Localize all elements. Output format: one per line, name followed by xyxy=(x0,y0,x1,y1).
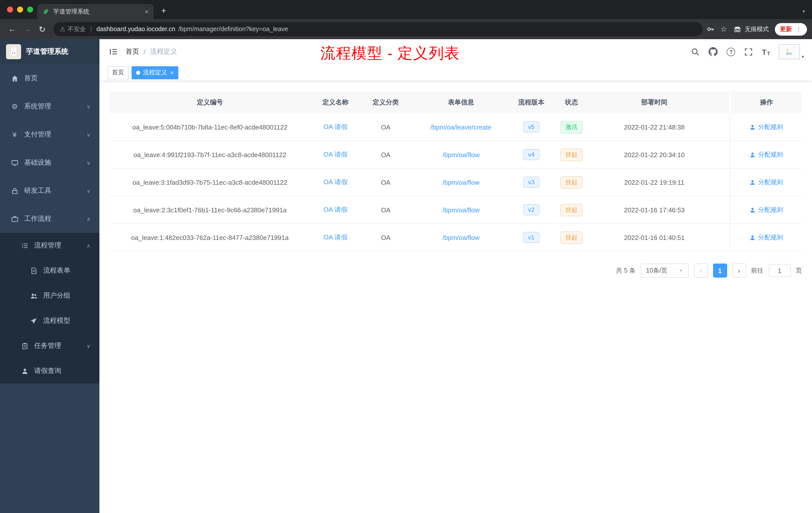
sidebar-item-label: 首页 xyxy=(24,74,38,83)
users-icon xyxy=(29,292,38,299)
tag-label: 流程定义 xyxy=(143,68,167,77)
sidebar-item-payment[interactable]: ¥ 支付管理 ∨ xyxy=(0,120,99,149)
forward-button[interactable]: → xyxy=(20,22,34,36)
zoom-window-button[interactable] xyxy=(27,6,33,12)
content-header: 首页 / 流程定义 流程模型 - 定义列表 ? xyxy=(99,39,812,64)
form-link[interactable]: /bpm/oa/flow xyxy=(442,234,479,241)
search-icon[interactable] xyxy=(691,48,699,56)
sidebar: 芋道管理系统 首页 ⚙ 系统管理 ∨ ¥ 支付管理 ∨ 基础设施 ∨ xyxy=(0,39,99,513)
sidebar-item-system[interactable]: ⚙ 系统管理 ∨ xyxy=(0,92,99,120)
yen-icon: ¥ xyxy=(10,130,19,139)
form-link[interactable]: /bpm/oa/leave/create xyxy=(431,123,492,131)
minimize-window-button[interactable] xyxy=(17,6,23,12)
logo-avatar xyxy=(6,44,21,59)
gear-icon: ⚙ xyxy=(10,102,19,111)
sidebar-item-label: 研发工具 xyxy=(24,186,51,195)
browser-toolbar: ← → ↻ ⚠ 不安全 | dashboard.yudao.iocoder.cn… xyxy=(0,19,812,39)
sidebar-item-dev-tools[interactable]: 研发工具 ∨ xyxy=(0,177,99,205)
sidebar-item-infrastructure[interactable]: 基础设施 ∨ xyxy=(0,149,99,177)
cell-category: OA xyxy=(360,224,411,251)
avatar-caret-icon[interactable]: ▾ xyxy=(802,54,804,59)
definition-name-link[interactable]: OA 请假 xyxy=(323,233,347,242)
definition-name-link[interactable]: OA 请假 xyxy=(323,150,347,159)
browser-update-chip[interactable]: 更新 ⋮ xyxy=(775,23,807,35)
breadcrumb-home[interactable]: 首页 xyxy=(125,47,139,56)
sidebar-item-process-form[interactable]: 流程表单 xyxy=(0,258,99,283)
tag-close-icon[interactable]: × xyxy=(170,69,174,76)
definition-name-link[interactable]: OA 请假 xyxy=(323,178,347,187)
help-icon[interactable]: ? xyxy=(727,48,735,56)
sidebar-item-home[interactable]: 首页 xyxy=(0,64,99,92)
status-badge: 挂起 xyxy=(560,204,582,216)
sidebar-item-process-model[interactable]: 流程模型 xyxy=(0,308,99,333)
tab-search-icon[interactable]: ▾ xyxy=(803,8,805,14)
window-controls[interactable] xyxy=(7,6,33,12)
form-link[interactable]: /bpm/oa/flow xyxy=(442,178,479,186)
sidebar-item-process-management[interactable]: 流程管理 ∧ xyxy=(0,233,99,258)
back-button[interactable]: ← xyxy=(5,22,19,36)
cell-id: oa_leave:4:991f2193-7b7f-11ec-a3c8-acde4… xyxy=(110,141,310,168)
goto-label: 前往 xyxy=(751,266,763,275)
home-icon xyxy=(10,74,19,82)
chevron-down-icon: ∨ xyxy=(87,343,90,349)
chevron-down-icon: ∨ xyxy=(87,132,90,137)
address-bar[interactable]: ⚠ 不安全 | dashboard.yudao.iocoder.cn /bpm/… xyxy=(53,22,702,36)
chevron-up-icon: ∧ xyxy=(87,243,90,248)
tag-label: 首页 xyxy=(112,68,124,77)
assign-rule-button[interactable]: 分配规则 xyxy=(749,123,783,131)
sidebar-item-user-group[interactable]: 用户分组 xyxy=(0,283,99,308)
goto-unit: 页 xyxy=(796,266,802,275)
sidebar-fold-icon[interactable] xyxy=(108,46,119,58)
user-icon xyxy=(20,367,29,375)
tags-view: 首页 流程定义 × xyxy=(99,64,812,81)
assign-rule-button[interactable]: 分配规则 xyxy=(749,206,783,214)
sidebar-item-label: 任务管理 xyxy=(34,341,61,350)
security-warning[interactable]: ⚠ 不安全 xyxy=(60,25,86,33)
active-dot xyxy=(136,70,140,74)
avatar-image[interactable] xyxy=(779,44,800,59)
github-icon[interactable] xyxy=(708,47,718,56)
chevron-down-icon: ∨ xyxy=(87,188,90,193)
update-label[interactable]: 更新 xyxy=(780,25,792,33)
assign-rule-button[interactable]: 分配规则 xyxy=(749,233,783,242)
cell-category: OA xyxy=(360,196,411,223)
page-goto-input[interactable] xyxy=(768,264,791,277)
cell-deploy-time: 2022-01-16 01:40:51 xyxy=(591,224,717,251)
sidebar-item-leave-query[interactable]: 请假查询 xyxy=(0,358,99,384)
assign-rule-button[interactable]: 分配规则 xyxy=(749,150,783,159)
definition-name-link[interactable]: OA 请假 xyxy=(323,205,347,214)
page-number-button[interactable]: 1 xyxy=(713,264,727,278)
next-page-button[interactable]: › xyxy=(732,264,746,278)
form-link[interactable]: /bpm/oa/flow xyxy=(442,151,479,158)
bookmark-star-icon[interactable]: ☆ xyxy=(720,25,727,34)
cell-category: OA xyxy=(360,114,411,141)
cell-deploy-time: 2022-01-22 19:19:11 xyxy=(591,169,717,196)
password-key-icon[interactable] xyxy=(706,25,714,33)
user-avatar[interactable]: ▾ xyxy=(779,44,804,59)
pagination: 共 5 条 10条/页 ▼ ‹ 1 › 前往 页 xyxy=(110,264,802,278)
browser-tab[interactable]: 芋道管理系统 × xyxy=(37,4,154,19)
browser-menu-icon[interactable]: ⋮ xyxy=(795,25,802,33)
tab-close-icon[interactable]: × xyxy=(145,7,149,16)
close-window-button[interactable] xyxy=(7,6,13,12)
sidebar-item-workflow[interactable]: 工作流程 ∧ xyxy=(0,205,99,233)
form-link[interactable]: /bpm/oa/flow xyxy=(442,206,479,214)
security-label: 不安全 xyxy=(68,25,86,33)
assign-rule-button[interactable]: 分配规则 xyxy=(749,178,783,186)
incognito-badge: 无痕模式 xyxy=(733,25,769,33)
tag-home[interactable]: 首页 xyxy=(108,66,128,79)
app-window: 芋道管理系统 首页 ⚙ 系统管理 ∨ ¥ 支付管理 ∨ 基础设施 ∨ xyxy=(0,39,812,513)
col-header-status: 状态 xyxy=(551,91,591,114)
page-size-select[interactable]: 10条/页 ▼ xyxy=(640,264,689,278)
reload-button[interactable]: ↻ xyxy=(35,22,49,36)
prev-page-button[interactable]: ‹ xyxy=(694,264,708,278)
definition-name-link[interactable]: OA 请假 xyxy=(323,122,347,131)
sidebar-item-task-management[interactable]: 任务管理 ∨ xyxy=(0,333,99,358)
font-size-icon[interactable]: TT xyxy=(762,48,770,56)
new-tab-button[interactable]: + xyxy=(157,4,171,18)
tag-process-definition[interactable]: 流程定义 × xyxy=(132,66,178,79)
sidebar-logo[interactable]: 芋道管理系统 xyxy=(0,39,99,64)
fullscreen-icon[interactable] xyxy=(744,48,753,56)
browser-tab-strip: 芋道管理系统 × + ▾ xyxy=(0,0,812,19)
table-row: oa_leave:3:1fad3d93-7b75-11ec-a3c8-acde4… xyxy=(110,169,802,196)
